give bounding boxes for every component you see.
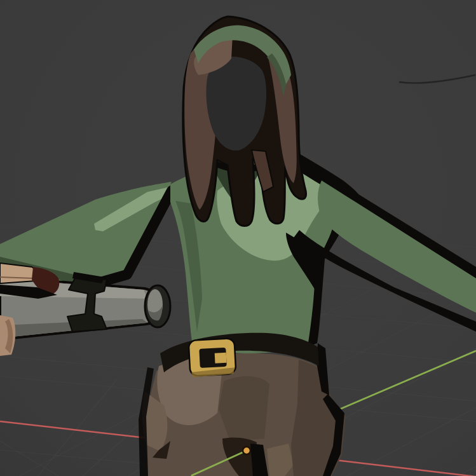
buckle-prong bbox=[215, 353, 227, 364]
belt-buckle bbox=[189, 338, 236, 377]
object-origin-point[interactable] bbox=[243, 447, 250, 454]
3d-viewport[interactable] bbox=[0, 0, 476, 476]
viewport-canvas[interactable] bbox=[0, 0, 476, 476]
